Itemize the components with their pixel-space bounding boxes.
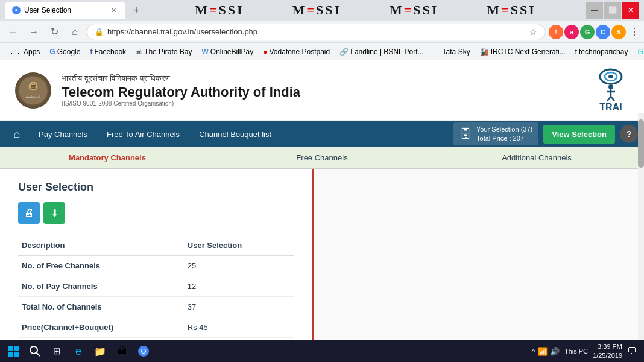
photos-icon[interactable]: 🏔 [111, 340, 133, 362]
tab-mandatory-channels[interactable]: Mandatory Channels [0, 147, 215, 168]
taskbar-clock[interactable]: 3:39 PM 1/25/2019 [593, 342, 622, 361]
selection-text: Your Selection (37) Total Price : 207 [476, 125, 532, 144]
this-pc-label: This PC [564, 348, 588, 355]
download-icon: ⬇ [51, 208, 58, 219]
address-bar: ← → ↻ ⌂ 🔒 https://channel.trai.gov.in/us… [0, 21, 644, 42]
row-description: Price(Channel+Bouquet) [18, 317, 184, 338]
close-button[interactable]: ✕ [622, 2, 639, 19]
bookmark-landline[interactable]: 🔗 Landline | BSNL Port... [336, 46, 427, 57]
nav-free-channels[interactable]: Free To Air Channels [98, 125, 188, 144]
extension-icons: ! a G C S [549, 25, 626, 39]
ext-icon-5[interactable]: S [611, 25, 626, 39]
ext-icon-4[interactable]: C [596, 25, 610, 39]
tab-free-channels[interactable]: Free Channels [215, 147, 429, 168]
browser-menu-icon[interactable]: ⋮ [630, 26, 639, 37]
org-certified-text: (IS/ISO 9001-2008 Certified Organisation… [62, 100, 590, 107]
bookmark-vodafone-label: Vodafone Postpaid [269, 48, 330, 56]
bookmark-landline-label: Landline | BSNL Port... [350, 48, 423, 56]
piratebay-icon: ☠ [136, 48, 142, 56]
apps-label: Apps [24, 48, 40, 56]
bookmark-apps[interactable]: ⋮⋮ Apps [5, 46, 43, 57]
bookmark-techno[interactable]: t technoparichay [572, 46, 632, 57]
forward-button[interactable]: → [25, 24, 42, 40]
window-controls: — ⬜ ✕ [586, 2, 639, 19]
svg-line-11 [611, 97, 614, 101]
url-bar[interactable]: 🔒 https://channel.trai.gov.in/userselect… [87, 24, 545, 40]
tatasky-icon: — [434, 48, 441, 56]
vodafone-icon: ● [263, 48, 267, 56]
page-wrapper: 🏛 सत्यमेव जयते भारतीय दूरसंचार विनियामक … [0, 60, 644, 362]
notification-icon[interactable]: 🗨 [627, 346, 637, 357]
file-explorer-icon[interactable]: 📁 [89, 340, 111, 362]
ext-icon-3[interactable]: G [580, 25, 595, 39]
chevron-up-icon[interactable]: ^ [532, 347, 535, 356]
messi-logo-1: M=SSI [195, 2, 244, 18]
col-header-description: Description [18, 236, 184, 255]
col-header-user-selection: User Selection [184, 236, 294, 255]
print-icon: 🖨 [24, 208, 34, 218]
bookmark-star-icon[interactable]: ☆ [529, 27, 537, 37]
minimize-button[interactable]: — [586, 2, 603, 19]
lock-icon: 🔒 [95, 28, 104, 36]
chrome-icon[interactable] [133, 340, 154, 362]
messi-logo-2: M=SSI [292, 2, 341, 18]
messi-logo-3: M=SSI [390, 2, 438, 18]
download-button[interactable]: ⬇ [43, 202, 65, 224]
maximize-button[interactable]: ⬜ [604, 2, 621, 19]
godaddy-icon: G [637, 48, 643, 56]
nav-bar: ⌂ Pay Channels Free To Air Channels Chan… [0, 121, 644, 147]
svg-rect-14 [8, 352, 13, 357]
start-button[interactable] [2, 340, 24, 362]
page-scrollbar[interactable] [638, 113, 644, 355]
table-row: No. of Pay Channels 12 [18, 276, 294, 297]
new-tab-button[interactable]: + [128, 2, 145, 19]
emblem-icon: 🏛 सत्यमेव जयते [15, 72, 51, 109]
bookmark-onlinebillpay[interactable]: W OnlineBillPay [198, 46, 257, 57]
search-icon [29, 345, 41, 357]
row-value: Rs 45 [184, 317, 294, 338]
tab-additional-channels[interactable]: Additional Channels [429, 147, 644, 168]
help-button[interactable]: ? [620, 125, 638, 143]
view-selection-button[interactable]: View Selection [543, 125, 615, 144]
ext-icon-1[interactable]: ! [549, 25, 563, 39]
bookmark-vodafone[interactable]: ● Vodafone Postpaid [259, 46, 333, 57]
home-nav-button[interactable]: ⌂ [66, 24, 83, 40]
active-tab[interactable]: ● User Selection ✕ [5, 2, 125, 19]
messi-logo-4: M=SSI [487, 2, 535, 18]
sys-tray-icons: ^ 📶 🔊 [532, 347, 560, 356]
search-taskbar-icon[interactable] [24, 340, 46, 362]
nav-pay-channels[interactable]: Pay Channels [30, 125, 96, 144]
svg-text:सत्यमेव जयते: सत्यमेव जयते [25, 95, 40, 99]
svg-rect-12 [8, 346, 13, 351]
ext-icon-2[interactable]: a [564, 25, 579, 39]
volume-icon[interactable]: 🔊 [550, 347, 560, 356]
browser-title-bar: ● User Selection ✕ + M=SSI M=SSI M=SSI M… [0, 0, 644, 21]
google-icon: G [49, 48, 55, 56]
edge-icon[interactable]: e [68, 340, 89, 362]
bookmark-google[interactable]: G Google [46, 46, 84, 57]
database-icon: 🗄 [459, 127, 472, 141]
scroll-thumb[interactable] [638, 119, 644, 168]
home-button[interactable]: ⌂ [6, 123, 28, 145]
org-logo: 🏛 सत्यमेव जयते [12, 69, 54, 112]
task-view-icon[interactable]: ⊞ [46, 340, 68, 362]
row-description: No. of Free Channels [18, 255, 184, 276]
print-button[interactable]: 🖨 [18, 202, 40, 224]
bookmark-irctc[interactable]: 🚂 IRCTC Next Generati... [476, 46, 569, 57]
nav-bouquet-list[interactable]: Channel Bouquet list [191, 125, 280, 144]
svg-point-6 [608, 75, 613, 78]
bookmark-tatasky[interactable]: — Tata Sky [430, 46, 474, 57]
landline-icon: 🔗 [339, 48, 349, 56]
refresh-button[interactable]: ↻ [46, 24, 63, 40]
bookmark-tatasky-label: Tata Sky [443, 48, 470, 56]
apps-grid-icon: ⋮⋮ [8, 48, 22, 56]
trai-logo: TRAI [590, 68, 632, 113]
bookmark-godaddy[interactable]: G GoDaddy TechnoPa... [634, 46, 644, 57]
network-icon[interactable]: 📶 [538, 347, 548, 356]
trai-label: TRAI [599, 102, 622, 113]
bookmark-facebook[interactable]: f Facebook [86, 46, 130, 57]
techno-icon: t [575, 48, 577, 56]
tab-close-button[interactable]: ✕ [109, 5, 118, 15]
bookmark-piratebay[interactable]: ☠ The Pirate Bay [132, 46, 195, 57]
back-button[interactable]: ← [5, 24, 22, 40]
